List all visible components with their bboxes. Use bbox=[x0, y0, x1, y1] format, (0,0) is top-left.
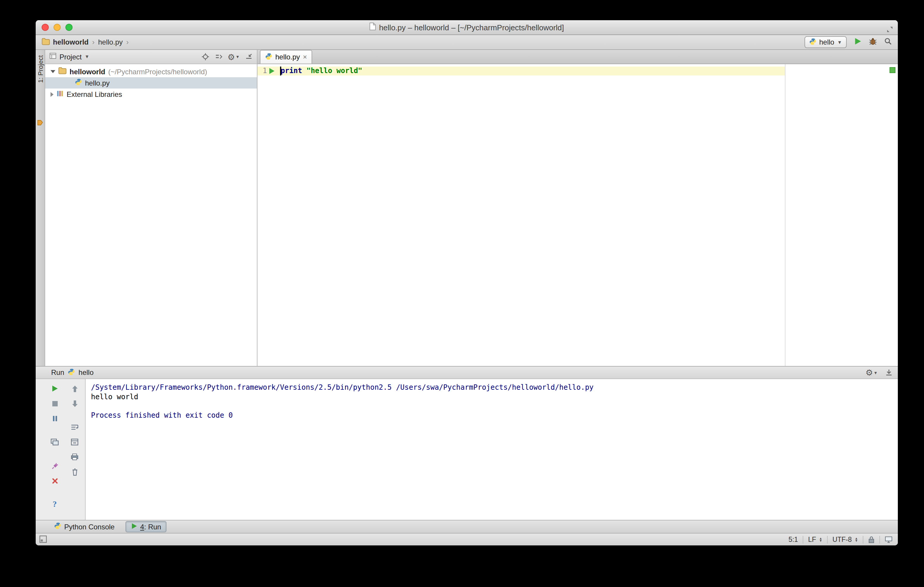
show-console-icon[interactable] bbox=[50, 438, 59, 446]
tab-label: hello.py bbox=[275, 53, 300, 61]
collapse-all-icon[interactable] bbox=[214, 53, 222, 61]
print-icon[interactable] bbox=[70, 453, 79, 461]
caret-position-widget[interactable]: 5:1 bbox=[789, 536, 798, 543]
run-configuration-select[interactable]: hello ▼ bbox=[804, 36, 847, 48]
fullscreen-grip-icon[interactable] bbox=[886, 25, 893, 35]
code-keyword: print bbox=[280, 67, 302, 75]
close-tab-icon[interactable]: × bbox=[303, 53, 307, 61]
close-panel-button[interactable] bbox=[50, 477, 59, 485]
display-icon[interactable] bbox=[885, 536, 893, 543]
encoding-value: UTF-8 bbox=[832, 536, 852, 543]
folder-icon bbox=[58, 67, 67, 76]
stop-button[interactable] bbox=[50, 399, 59, 408]
screen: hello.py – helloworld – [~/PycharmProjec… bbox=[0, 0, 924, 587]
divider bbox=[803, 536, 803, 543]
project-tree: helloworld (~/PycharmProjects/helloworld… bbox=[45, 64, 257, 100]
search-icon[interactable] bbox=[884, 38, 892, 47]
console-line: Process finished with exit code 0 bbox=[91, 411, 893, 420]
run-toolbar-secondary bbox=[64, 379, 85, 520]
attach-process-icon[interactable] bbox=[50, 462, 59, 470]
python-console-button[interactable]: Python Console bbox=[49, 521, 120, 532]
python-file-icon bbox=[265, 53, 272, 61]
play-icon bbox=[130, 523, 137, 531]
spinner-arrows-icon: ▲▼ bbox=[855, 537, 858, 542]
run-console-output[interactable]: /System/Library/Frameworks/Python.framew… bbox=[85, 379, 898, 520]
console-line: hello world bbox=[91, 393, 893, 402]
project-tool-window: Project ▼ ⚙▼ bbox=[45, 50, 257, 366]
line-separator-widget[interactable]: LF ▲▼ bbox=[808, 536, 822, 543]
run-panel-header: Run hello ⚙▼ bbox=[36, 367, 898, 379]
rerun-button[interactable] bbox=[50, 385, 59, 393]
pause-button[interactable] bbox=[50, 414, 59, 423]
run-tool-window-button[interactable]: 4: Run bbox=[125, 521, 167, 532]
run-panel-body: ? bbox=[36, 379, 898, 520]
up-stack-icon[interactable] bbox=[70, 385, 79, 393]
scroll-from-source-icon[interactable] bbox=[201, 53, 209, 61]
close-window-button[interactable] bbox=[41, 24, 49, 31]
console-line: /System/Library/Frameworks/Python.framew… bbox=[91, 383, 893, 393]
line-separator-value: LF bbox=[808, 536, 816, 543]
zoom-window-button[interactable] bbox=[65, 24, 73, 31]
clear-console-icon[interactable] bbox=[70, 468, 79, 476]
tree-row-hello-py[interactable]: hello.py bbox=[45, 77, 257, 89]
project-panel-header: Project ▼ ⚙▼ bbox=[45, 50, 257, 64]
project-stripe-button[interactable]: 1: Project bbox=[36, 55, 44, 83]
file-name-label: hello.py bbox=[85, 79, 110, 87]
hide-panel-icon[interactable] bbox=[885, 369, 893, 376]
project-view-select[interactable]: Project ▼ bbox=[59, 53, 89, 61]
chevron-down-icon: ▼ bbox=[85, 54, 89, 59]
project-view-label: Project bbox=[59, 53, 82, 61]
run-controls: hello ▼ bbox=[804, 36, 892, 48]
project-panel-toolbar: ⚙▼ bbox=[201, 53, 253, 61]
run-toolbar-primary: ? bbox=[45, 379, 64, 520]
run-panel-title: Run bbox=[51, 368, 64, 377]
readonly-lock-icon[interactable] bbox=[868, 536, 874, 543]
tab-hello-py[interactable]: hello.py × bbox=[260, 50, 312, 64]
down-stack-icon[interactable] bbox=[70, 399, 79, 408]
inspection-status-indicator[interactable] bbox=[889, 67, 896, 73]
run-tool-window: Run hello ⚙▼ bbox=[36, 366, 898, 520]
expanded-arrow-icon[interactable] bbox=[51, 70, 55, 73]
collapsed-arrow-icon[interactable] bbox=[51, 92, 53, 97]
code-editor[interactable]: 1 print "hello world" bbox=[257, 64, 898, 366]
stripe-spacer bbox=[36, 379, 45, 520]
help-icon[interactable]: ? bbox=[50, 500, 59, 508]
toggle-toolwindow-bars-icon[interactable] bbox=[39, 535, 47, 544]
run-button[interactable] bbox=[854, 38, 861, 47]
console-line bbox=[91, 402, 893, 411]
run-line-marker-icon[interactable] bbox=[269, 68, 275, 76]
minimize-window-button[interactable] bbox=[53, 24, 61, 31]
tree-row-external-libraries[interactable]: External Libraries bbox=[45, 89, 257, 100]
tree-row-project-root[interactable]: helloworld (~/PycharmProjects/helloworld… bbox=[45, 66, 257, 77]
spinner-arrows-icon: ▲▼ bbox=[819, 537, 822, 542]
python-icon bbox=[68, 368, 75, 377]
pycharm-window: hello.py – helloworld – [~/PycharmProjec… bbox=[36, 20, 898, 546]
library-icon bbox=[56, 90, 64, 99]
breadcrumb-item-project[interactable]: helloworld bbox=[53, 38, 89, 46]
status-bar-widgets: 5:1 LF ▲▼ UTF-8 ▲▼ bbox=[789, 536, 893, 543]
breadcrumb: helloworld › hello.py › bbox=[41, 38, 129, 47]
settings-gear-icon[interactable]: ⚙▼ bbox=[865, 368, 878, 377]
editor-tab-bar: hello.py × bbox=[257, 50, 898, 64]
divider bbox=[863, 536, 863, 543]
soft-wrap-icon[interactable] bbox=[70, 423, 79, 431]
document-icon bbox=[370, 23, 376, 32]
python-console-label: Python Console bbox=[64, 523, 114, 531]
python-icon bbox=[54, 522, 61, 531]
favorites-stripe-icon[interactable] bbox=[37, 118, 43, 128]
debug-button[interactable] bbox=[869, 38, 877, 47]
divider bbox=[879, 536, 880, 543]
window-title: hello.py – helloworld – [~/PycharmProjec… bbox=[370, 23, 564, 32]
chevron-right-icon: › bbox=[92, 38, 94, 46]
titlebar[interactable]: hello.py – helloworld – [~/PycharmProjec… bbox=[36, 20, 898, 35]
settings-gear-icon[interactable]: ⚙▼ bbox=[228, 53, 239, 61]
chevron-down-icon: ▼ bbox=[837, 39, 842, 45]
hide-panel-icon[interactable] bbox=[245, 53, 253, 61]
encoding-widget[interactable]: UTF-8 ▲▼ bbox=[832, 536, 858, 543]
breadcrumb-item-file[interactable]: hello.py bbox=[98, 38, 123, 46]
tool-window-buttons-bar: Python Console 4: Run bbox=[36, 520, 898, 533]
window-title-text: hello.py – helloworld – [~/PycharmProjec… bbox=[379, 23, 564, 32]
scroll-to-end-icon[interactable] bbox=[70, 438, 79, 446]
run-configuration-name: hello bbox=[819, 38, 834, 46]
python-file-icon bbox=[75, 79, 82, 87]
